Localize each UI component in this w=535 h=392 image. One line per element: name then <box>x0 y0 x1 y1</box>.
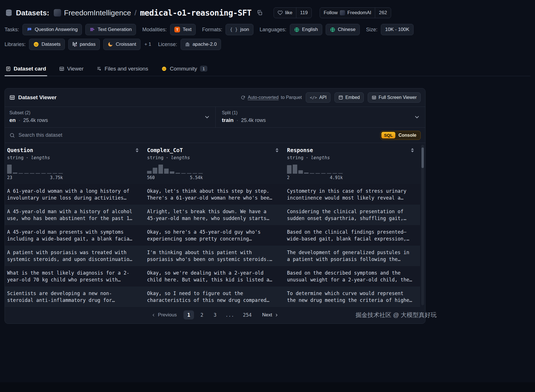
follow-count[interactable]: 262 <box>375 8 391 18</box>
table-row: Scientists are developing a new non-ster… <box>5 287 420 307</box>
cell-question[interactable]: What is the most likely diagnosis for a … <box>5 266 145 287</box>
follow-button[interactable]: Follow FreedomAI <box>320 8 375 18</box>
cell-response[interactable]: To determine which curve would represent… <box>285 287 420 307</box>
library-pill-croissant[interactable]: Croissant <box>103 39 141 50</box>
table-row: A 45-year-old man with a history of alco… <box>5 205 420 225</box>
embed-label: Embed <box>345 95 360 100</box>
heart-icon <box>278 10 283 15</box>
library-label: pandas <box>80 42 96 47</box>
modality-pill-text[interactable]: T Text <box>170 24 196 35</box>
size-pill[interactable]: 10K - 100K <box>381 24 414 35</box>
sql-console-button[interactable]: SQL Console <box>380 131 421 140</box>
like-button[interactable]: like <box>274 8 296 18</box>
chevron-right-icon <box>274 313 279 317</box>
page-button-1[interactable]: 1 <box>183 310 194 320</box>
follow-widget: Follow FreedomAI 262 <box>320 7 391 18</box>
task-pill-question-answering[interactable]: Question Answering <box>22 24 82 35</box>
cell-complex-cot[interactable]: Okay, so here's a 45-year-old guy who's … <box>145 225 285 246</box>
table-row: A patient with psoriasis was treated wit… <box>5 246 420 266</box>
vertical-scrollbar[interactable] <box>421 145 424 305</box>
embed-button[interactable]: Embed <box>334 92 364 103</box>
table-row: What is the most likely diagnosis for a … <box>5 266 420 287</box>
previous-button[interactable]: Previous <box>151 312 177 318</box>
cell-complex-cot[interactable]: Okay, so I need to figure out the charac… <box>145 287 285 307</box>
page-button-254[interactable]: 254 <box>239 310 255 320</box>
format-pill-json[interactable]: { } json <box>226 24 253 35</box>
data-table: Question string · lengths 23 3.75k <box>5 143 425 307</box>
follow-org-logo <box>340 10 345 15</box>
libraries-more[interactable]: + 1 <box>144 42 152 47</box>
page-button-3[interactable]: 3 <box>210 310 220 320</box>
page-ellipsis: ... <box>223 312 236 318</box>
cell-complex-cot[interactable]: Okay, so we're dealing with a 2-year-old… <box>145 266 285 287</box>
cell-complex-cot[interactable]: Alright, let's break this down. We have … <box>145 205 285 225</box>
tab-viewer[interactable]: Viewer <box>58 61 85 76</box>
search-icon <box>9 132 15 138</box>
embed-icon <box>338 95 343 100</box>
task-pill-text-generation[interactable]: Text Generation <box>85 24 136 35</box>
tab-community[interactable]: Community 1 <box>160 61 208 76</box>
org-link[interactable]: FreedomIntelligence <box>64 9 131 17</box>
like-widget: like 119 <box>274 7 312 18</box>
community-count-badge: 1 <box>200 66 207 72</box>
language-pill-chinese[interactable]: Chinese <box>326 24 360 35</box>
section-label: Datasets: <box>16 9 49 17</box>
column-name: Complex_CoT <box>147 147 183 153</box>
viewer-table-icon <box>59 66 64 71</box>
column-name: Response <box>287 147 313 153</box>
auto-converted-link[interactable]: Auto-converted to Parquet <box>241 95 302 100</box>
api-button[interactable]: </> API <box>306 92 330 103</box>
tab-files-and-versions[interactable]: Files and versions <box>96 61 149 76</box>
text-generation-icon <box>90 27 95 32</box>
library-pill-datasets[interactable]: Datasets <box>29 39 65 50</box>
copy-icon[interactable] <box>257 10 263 16</box>
cell-question[interactable]: A 61-year-old woman with a long history … <box>5 184 145 205</box>
language-pill-english[interactable]: English <box>290 24 322 35</box>
org-avatar[interactable] <box>54 9 61 16</box>
task-label: Text Generation <box>98 27 132 32</box>
cell-question[interactable]: A patient with psoriasis was treated wit… <box>5 246 145 266</box>
follow-label: Follow <box>324 10 338 16</box>
fullscreen-viewer-button[interactable]: Full Screen Viewer <box>368 92 421 103</box>
library-pill-pandas[interactable]: pandas <box>68 39 100 50</box>
languages-label: Languages: <box>260 27 286 33</box>
cell-response[interactable]: Considering the clinical presentation of… <box>285 205 420 225</box>
next-button[interactable]: Next <box>262 312 279 318</box>
column-header-complex-cot: Complex_CoT string · lengths 560 5.54k <box>145 143 285 184</box>
cell-question[interactable]: A 45-year-old man with a history of alco… <box>5 205 145 225</box>
cell-response[interactable]: Based on the described symptoms and the … <box>285 266 420 287</box>
cell-response[interactable]: Based on the clinical findings presented… <box>285 225 420 246</box>
hist-min: 560 <box>147 175 155 180</box>
like-count[interactable]: 119 <box>296 8 311 18</box>
subset-row-count: 25.4k rows <box>23 117 48 123</box>
cell-question[interactable]: A 45-year-old man presents with symptoms… <box>5 225 145 246</box>
cell-complex-cot[interactable]: I'm thinking about this patient with pso… <box>145 246 285 266</box>
license-pill[interactable]: apache-2.0 <box>181 39 221 50</box>
language-label: English <box>302 27 318 32</box>
cell-complex-cot[interactable]: Okay, let's think about this step by ste… <box>145 184 285 205</box>
hist-max: 3.75k <box>50 175 63 180</box>
split-value: train <box>222 117 234 123</box>
tab-dataset-card[interactable]: Dataset card <box>5 61 47 76</box>
tasks-label: Tasks: <box>5 27 19 33</box>
dataset-name[interactable]: medical-o1-reasoning-SFT <box>140 8 252 18</box>
chevron-down-icon <box>204 114 210 120</box>
sort-icon[interactable] <box>275 148 279 153</box>
cell-response[interactable]: The development of generalized pustules … <box>285 246 420 266</box>
search-input[interactable] <box>18 132 377 138</box>
scrollbar-thumb[interactable] <box>422 148 424 168</box>
subset-selector[interactable]: Subset (2) en · 25.4k rows <box>5 107 215 127</box>
cell-question[interactable]: Scientists are developing a new non-ster… <box>5 287 145 307</box>
tab-label: Files and versions <box>105 66 148 72</box>
column-subtype: lengths <box>311 155 330 160</box>
split-selector[interactable]: Split (1) train · 25.4k rows <box>215 107 425 127</box>
sort-icon[interactable] <box>410 148 414 153</box>
formats-label: Formats: <box>202 27 222 33</box>
page-button-2[interactable]: 2 <box>197 310 207 320</box>
cell-response[interactable]: Cystometry in this case of stress urinar… <box>285 184 420 205</box>
column-type: string <box>7 155 24 160</box>
size-value: 10K - 100K <box>385 27 409 32</box>
sort-icon[interactable] <box>135 148 139 153</box>
page-header: Datasets: FreedomIntelligence / medical-… <box>5 6 530 19</box>
hist-min: 2 <box>287 175 290 180</box>
